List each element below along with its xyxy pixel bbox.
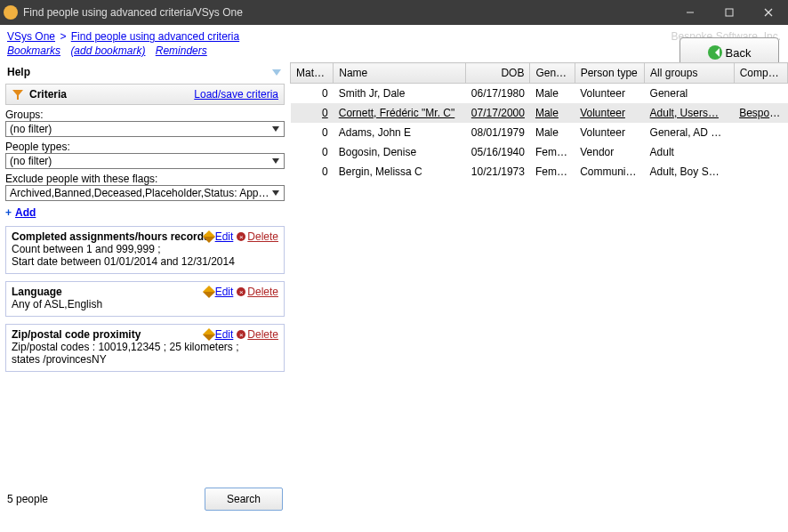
results-table: Matc… Name DOB Gender Person type All gr…	[290, 62, 788, 181]
cell-company	[734, 84, 787, 104]
groups-combo[interactable]: (no filter)	[5, 121, 285, 137]
search-button[interactable]: Search	[205, 488, 283, 511]
cell-ptype: Volunteer	[575, 84, 644, 104]
people-types-combo[interactable]: (no filter)	[5, 153, 285, 169]
breadcrumb-root[interactable]: VSys One	[7, 30, 55, 43]
cell-ptype: Communit…	[575, 162, 644, 181]
table-row[interactable]: 0Bogosin, Denise05/16/1940FemaleVendorAd…	[291, 142, 788, 162]
edit-link[interactable]: Edit	[215, 328, 234, 341]
minimize-button[interactable]	[671, 0, 710, 25]
cell-matc: 0	[291, 142, 334, 162]
col-groups[interactable]: All groups	[645, 63, 735, 84]
cell-groups: Adult, Users…	[645, 103, 735, 123]
cell-company	[734, 162, 787, 181]
result-count: 5 people	[7, 493, 48, 505]
delete-link[interactable]: Delete	[247, 286, 278, 298]
delete-icon: ×	[237, 330, 245, 339]
exclude-combo[interactable]: Archived,Banned,Deceased,Placeholder,Sta…	[5, 185, 285, 201]
cell-gender: Male	[530, 103, 575, 123]
criteria-box-line: Any of ASL,English	[12, 298, 278, 310]
cell-dob: 08/01/1979	[466, 123, 530, 142]
delete-link[interactable]: Delete	[247, 230, 278, 243]
main: Help Criteria Load/save criteria Groups:…	[0, 62, 788, 520]
help-row: Help	[5, 62, 285, 84]
people-types-value: (no filter)	[10, 155, 269, 167]
maximize-button[interactable]	[710, 0, 749, 25]
table-row[interactable]: 0Bergin, Melissa C10/21/1973FemaleCommun…	[291, 162, 788, 181]
cell-gender: Female	[530, 162, 575, 181]
reminders-link[interactable]: Reminders	[156, 44, 207, 57]
minimize-icon	[686, 8, 695, 17]
cell-company	[734, 142, 787, 162]
edit-link[interactable]: Edit	[215, 286, 234, 298]
cell-company	[734, 123, 787, 142]
cell-name: Bogosin, Denise	[334, 142, 466, 162]
criteria-box: Edit×DeleteLanguageAny of ASL,English	[5, 281, 285, 317]
back-arrow-icon	[708, 45, 722, 60]
toolbar-links: Bookmarks (add bookmark) Reminders	[0, 44, 788, 62]
cell-groups: General	[645, 84, 735, 104]
search-label: Search	[227, 493, 261, 505]
criteria-box-line: states /provincesNY	[12, 353, 278, 366]
titlebar: Find people using advanced criteria/VSys…	[0, 0, 788, 25]
add-bookmark-link[interactable]: (add bookmark)	[70, 44, 145, 57]
people-types-label: People types:	[5, 141, 285, 153]
chevron-down-icon	[269, 187, 282, 199]
col-company[interactable]: Company	[734, 63, 787, 84]
load-save-criteria-link[interactable]: Load/save criteria	[194, 88, 278, 101]
left-footer: 5 people Search	[5, 484, 285, 514]
col-ptype[interactable]: Person type	[575, 63, 644, 84]
cell-matc: 0	[291, 162, 334, 181]
left-panel: Help Criteria Load/save criteria Groups:…	[0, 62, 290, 520]
col-matc[interactable]: Matc…	[291, 63, 334, 84]
cell-matc: 0	[291, 103, 334, 123]
delete-link[interactable]: Delete	[247, 328, 278, 341]
chevron-down-icon	[269, 123, 282, 135]
bookmarks-link[interactable]: Bookmarks	[7, 44, 60, 57]
breadcrumb-sep: >	[58, 30, 70, 43]
window-title: Find people using advanced criteria/VSys…	[23, 6, 671, 19]
cell-name: Smith Jr, Dale	[334, 84, 466, 104]
criteria-box: Edit×DeleteCompleted assignments/hours r…	[5, 226, 285, 274]
cell-company: Bespok…	[734, 103, 787, 123]
cell-gender: Male	[530, 123, 575, 142]
maximize-icon	[725, 8, 734, 17]
criteria-box-line: Count between 1 and 999,999 ;	[12, 243, 278, 255]
help-label[interactable]: Help	[7, 66, 30, 78]
cell-gender: Female	[530, 142, 575, 162]
add-criteria-link[interactable]: Add	[15, 206, 36, 219]
close-button[interactable]	[749, 0, 788, 25]
table-row[interactable]: 0Smith Jr, Dale06/17/1980MaleVolunteerGe…	[291, 84, 788, 104]
breadcrumb: VSys One > Find people using advanced cr…	[7, 30, 239, 43]
delete-icon: ×	[237, 232, 245, 241]
plus-icon: +	[5, 206, 12, 219]
cell-name: Bergin, Melissa C	[334, 162, 466, 181]
col-gender[interactable]: Gender	[530, 63, 575, 84]
cell-dob: 06/17/1980	[466, 84, 530, 104]
funnel-icon	[12, 88, 24, 101]
col-name[interactable]: Name	[334, 63, 466, 84]
cell-name: Cornett, Frédéric "Mr. C"	[334, 103, 466, 123]
cell-dob: 07/17/2000	[466, 103, 530, 123]
criteria-box-line: Zip/postal codes : 10019,12345 ; 25 kilo…	[12, 341, 278, 353]
cell-groups: Adult, Boy S…	[645, 162, 735, 181]
delete-icon: ×	[237, 287, 245, 296]
chevron-down-icon	[269, 155, 282, 167]
criteria-box-line: Start date between 01/01/2014 and 12/31/…	[12, 255, 278, 268]
criteria-box: Edit×DeleteZip/postal code proximityZip/…	[5, 324, 285, 372]
results-table-wrap: Matc… Name DOB Gender Person type All gr…	[290, 62, 788, 520]
svg-marker-8	[272, 190, 279, 196]
exclude-label: Exclude people with these flags:	[5, 173, 285, 185]
cell-ptype: Volunteer	[575, 103, 644, 123]
close-icon	[764, 8, 773, 17]
edit-link[interactable]: Edit	[215, 230, 234, 243]
breadcrumb-current[interactable]: Find people using advanced criteria	[71, 30, 239, 43]
pencil-icon	[203, 328, 215, 341]
table-row[interactable]: 0Cornett, Frédéric "Mr. C"07/17/2000Male…	[291, 103, 788, 123]
col-dob[interactable]: DOB	[466, 63, 530, 84]
exclude-value: Archived,Banned,Deceased,Placeholder,Sta…	[10, 187, 269, 199]
cell-dob: 05/16/1940	[466, 142, 530, 162]
help-chevron-icon[interactable]	[270, 68, 283, 77]
table-row[interactable]: 0Adams, John E08/01/1979MaleVolunteerGen…	[291, 123, 788, 142]
svg-marker-4	[272, 69, 281, 76]
